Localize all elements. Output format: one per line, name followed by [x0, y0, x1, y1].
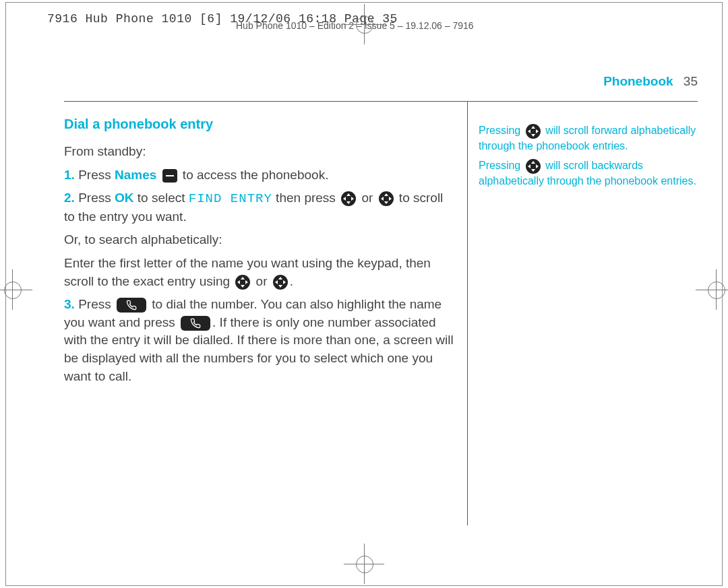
nav-up-down-icon — [379, 191, 394, 206]
text: Pressing — [479, 125, 524, 136]
alt-intro: Or, to search alphabetically: — [64, 231, 455, 249]
text: to access the phonebook. — [179, 168, 329, 182]
crop-mark-icon — [696, 269, 728, 310]
step-1: 1. Press Names to access the phonebook. — [64, 166, 455, 185]
step-number: 2. — [64, 191, 75, 205]
divider-horizontal — [64, 101, 698, 102]
text: . — [290, 274, 293, 288]
text: or — [252, 274, 270, 288]
topic-heading: Dial a phonebook entry — [64, 115, 455, 133]
softkey-icon — [162, 169, 177, 183]
crop-mark-icon — [344, 544, 384, 584]
nav-up-down-icon — [273, 275, 288, 290]
text: Press — [75, 297, 115, 311]
step-number: 3. — [64, 297, 75, 311]
text: or — [358, 191, 376, 205]
call-key-icon — [181, 316, 210, 331]
main-column: Dial a phonebook entry From standby: 1. … — [64, 115, 455, 391]
alt-body: Enter the first letter of the name you w… — [64, 255, 455, 290]
step-3: 3. Press to dial the number. You can als… — [64, 296, 455, 385]
crop-mark-icon — [344, 4, 384, 44]
text: Press — [75, 191, 115, 205]
nav-up-down-icon — [235, 275, 250, 290]
text: Press — [75, 168, 115, 182]
side-note-1: Pressing will scroll forward alphabetica… — [479, 123, 701, 153]
nav-down-icon — [526, 124, 541, 139]
text: to select — [133, 191, 188, 205]
step-number: 1. — [64, 168, 75, 182]
step-2: 2. Press OK to select FIND ENTRY then pr… — [64, 189, 455, 226]
divider-vertical — [467, 101, 468, 525]
page-number: 35 — [684, 74, 698, 88]
side-column: Pressing will scroll forward alphabetica… — [479, 118, 701, 194]
section-name: Phonebook — [603, 74, 673, 88]
text: Pressing — [479, 160, 524, 171]
call-key-icon — [117, 298, 146, 313]
text: then press — [272, 191, 339, 205]
nav-up-down-icon — [341, 191, 356, 206]
softkey-label-names: Names — [115, 168, 156, 182]
crop-mark-icon — [0, 269, 32, 310]
nav-up-icon — [526, 159, 541, 174]
menu-option: FIND ENTRY — [189, 191, 272, 206]
intro-line: From standby: — [64, 143, 455, 161]
section-header: Phonebook 35 — [603, 74, 698, 89]
ok-label: OK — [115, 191, 134, 205]
side-note-2: Pressing will scroll backwards alphabeti… — [479, 158, 701, 188]
